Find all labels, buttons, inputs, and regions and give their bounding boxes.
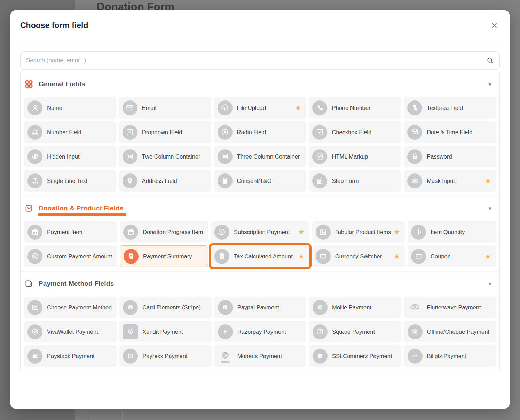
field-item-subscription-payment[interactable]: Subscription Payment★ xyxy=(211,221,309,243)
field-item-label: Three Column Container xyxy=(237,153,300,160)
field-item-coupon[interactable]: Coupon★ xyxy=(408,245,496,267)
field-item-html-markup[interactable]: HTML Markup xyxy=(309,146,401,167)
viva-icon xyxy=(27,324,42,339)
pro-star-icon: ★ xyxy=(391,228,400,235)
checkbox-icon xyxy=(312,125,327,140)
field-item-radio-field[interactable]: Radio Field xyxy=(214,121,306,143)
field-item-card-elements-stripe[interactable]: Card Elements (Stripe) xyxy=(119,297,211,318)
field-item-label: HTML Markup xyxy=(332,153,368,160)
field-item-custom-payment-amount[interactable]: Custom Payment Amount xyxy=(24,245,117,267)
field-item-label: Phone Number xyxy=(332,105,370,111)
field-item-dropdown-field[interactable]: Dropdown Field xyxy=(119,121,211,143)
section-title: Payment Method Fields xyxy=(39,280,114,287)
search-icon[interactable] xyxy=(486,57,494,64)
modal-header: Choose form field ✕ xyxy=(10,10,510,41)
chevron-down-icon[interactable]: ▼ xyxy=(487,81,493,87)
field-item-paypal-payment[interactable]: Paypal Payment xyxy=(214,297,306,318)
field-item-checkbox-field[interactable]: Checkbox Field xyxy=(309,121,401,143)
field-item-label: File Upload xyxy=(237,105,266,111)
field-item-payment-summary[interactable]: Payment Summary xyxy=(120,245,208,267)
field-item-tax-calculated-amount[interactable]: Tax Calculated Amount★ xyxy=(211,245,309,267)
field-item-label: Flutterwave Payment xyxy=(427,304,481,311)
field-item-offline-cheque-payment[interactable]: Offline/Cheque Payment xyxy=(404,321,496,342)
billplz-icon xyxy=(408,349,423,364)
field-item-mollie-payment[interactable]: Mollie Payment xyxy=(309,297,401,318)
receipt-icon xyxy=(124,249,139,264)
field-item-phone-number[interactable]: Phone Number xyxy=(309,97,401,119)
field-item-three-column-container[interactable]: Three Column Container xyxy=(214,146,306,167)
field-item-hidden-input[interactable]: Hidden Input xyxy=(24,146,116,167)
field-item-label: Card Elements (Stripe) xyxy=(142,304,201,311)
sections-container: General Fields▼NameEmailFile Upload★Phon… xyxy=(20,72,500,371)
section-grid-donation: Payment ItemDonation Progress ItemSubscr… xyxy=(21,220,499,271)
field-item-two-column-container[interactable]: Two Column Container xyxy=(119,146,211,167)
user-icon xyxy=(27,100,42,115)
chevron-down-icon[interactable]: ▼ xyxy=(487,205,493,211)
field-item-email[interactable]: Email xyxy=(119,97,211,119)
field-item-file-upload[interactable]: File Upload★ xyxy=(214,97,306,119)
moneris-icon: Moneris xyxy=(218,349,233,364)
field-item-moneris-payment[interactable]: MonerisMoneris Payment xyxy=(214,345,306,367)
field-item-number-field[interactable]: Number Field xyxy=(24,121,116,143)
clipboard-icon xyxy=(218,173,233,188)
section-header-donation[interactable]: Donation & Product Fields▼ xyxy=(21,196,499,220)
field-item-label: Xendit Payment xyxy=(142,329,183,335)
section-title: General Fields xyxy=(39,80,85,88)
field-item-item-quantity[interactable]: Item Quantity xyxy=(408,221,496,243)
field-item-label: Two Column Container xyxy=(142,153,200,160)
field-item-label: Mollie Payment xyxy=(332,304,371,311)
section-grid-general: NameEmailFile Upload★Phone NumberTextare… xyxy=(21,96,499,196)
field-item-label: Number Field xyxy=(47,129,81,136)
chevron-down-icon[interactable]: ▼ xyxy=(487,281,493,287)
stripe-icon xyxy=(123,300,138,315)
search-input[interactable] xyxy=(26,57,486,64)
field-item-xendit-payment[interactable]: Xendit Payment xyxy=(119,321,211,342)
field-item-square-payment[interactable]: Square Payment xyxy=(309,321,401,342)
field-item-textarea-field[interactable]: Textarea Field xyxy=(404,97,496,119)
field-item-tabular-product-items[interactable]: Tabular Product Items★ xyxy=(312,221,405,243)
field-item-step-form[interactable]: Step Form xyxy=(309,170,401,192)
field-item-label: Choose Payment Method xyxy=(47,304,112,311)
radio-icon xyxy=(218,125,233,140)
field-item-label: Tabular Product Items xyxy=(335,229,391,235)
pro-star-icon: ★ xyxy=(292,104,301,111)
field-item-date-time-field[interactable]: Date & Time Field xyxy=(404,121,496,143)
bank-icon xyxy=(408,324,423,339)
section-header-payment-methods[interactable]: Payment Method Fields▼ xyxy=(21,272,499,296)
field-item-payrexx-payment[interactable]: Payrexx Payment xyxy=(119,345,211,367)
field-item-paystack-payment[interactable]: Paystack Payment xyxy=(24,345,117,367)
field-item-label: Item Quantity xyxy=(431,229,465,235)
field-item-label: Payrexx Payment xyxy=(142,353,187,360)
field-item-label: Hidden Input xyxy=(47,153,80,160)
section-header-general[interactable]: General Fields▼ xyxy=(21,72,499,96)
field-item-label: Mask Input xyxy=(427,178,455,184)
field-item-name[interactable]: Name xyxy=(24,97,116,119)
field-item-donation-progress-item[interactable]: Donation Progress Item xyxy=(120,221,208,243)
field-item-label: Subscription Payment xyxy=(234,229,290,235)
field-item-payment-item[interactable]: Payment Item xyxy=(24,221,117,243)
field-item-password[interactable]: Password xyxy=(404,146,496,167)
mail-icon xyxy=(123,100,137,115)
field-item-single-line-text[interactable]: Single Line Text xyxy=(24,170,116,192)
field-item-flutterwave-payment[interactable]: Flutterwave Payment xyxy=(404,297,496,318)
field-item-consent-t-c[interactable]: Consent/T&C xyxy=(214,170,306,192)
lock-icon xyxy=(407,149,422,164)
field-item-label: VivaWallet Payment xyxy=(47,329,98,335)
field-item-vivawallet-payment[interactable]: VivaWallet Payment xyxy=(24,321,117,342)
section-donation: Donation & Product Fields▼Payment ItemDo… xyxy=(21,196,499,271)
field-item-mask-input[interactable]: Mask Input★ xyxy=(404,170,496,192)
quantity-icon xyxy=(411,225,426,240)
paypal-icon xyxy=(218,300,233,315)
field-item-currency-switcher[interactable]: Currency Switcher★ xyxy=(312,245,405,267)
razorpay-icon xyxy=(218,324,233,339)
field-item-label: Donation Progress Item xyxy=(143,229,203,235)
dropdown-icon xyxy=(123,125,137,140)
field-item-label: Paystack Payment xyxy=(47,353,95,360)
field-item-label: Square Payment xyxy=(332,329,375,335)
field-item-billplz-payment[interactable]: Billplz Payment xyxy=(404,345,496,367)
field-item-address-field[interactable]: Address Field xyxy=(119,170,211,192)
close-icon[interactable]: ✕ xyxy=(489,20,499,31)
field-item-razorpay-payment[interactable]: Razorpay Payment xyxy=(214,321,306,342)
field-item-choose-payment-method[interactable]: Choose Payment Method xyxy=(24,297,117,318)
field-item-sslcommerz-payment[interactable]: SSLCommerz Payment xyxy=(309,345,401,367)
